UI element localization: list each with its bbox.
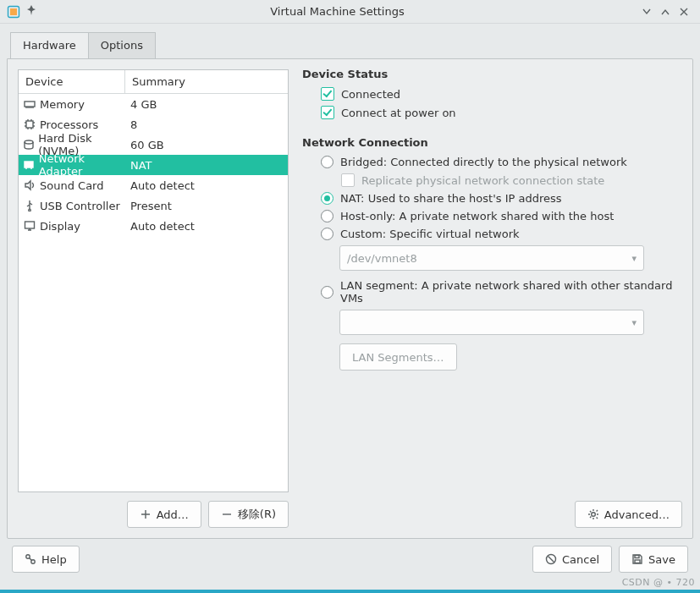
chevron-down-icon: ▾: [631, 253, 637, 264]
app-icon: [7, 5, 20, 19]
table-row[interactable]: Network Adapter NAT: [19, 155, 288, 175]
svg-rect-1: [10, 8, 17, 15]
usb-icon: [23, 199, 36, 212]
nic-icon: [23, 158, 36, 172]
device-name: Memory: [40, 98, 85, 111]
svg-rect-13: [635, 560, 640, 563]
help-button[interactable]: Help: [12, 546, 80, 573]
network-connection-title: Network Connection: [302, 136, 682, 149]
save-icon: [631, 553, 643, 565]
cancel-icon: [545, 553, 557, 565]
minimize-button[interactable]: [637, 3, 656, 21]
table-row[interactable]: Sound Card Auto detect: [19, 175, 288, 195]
cancel-label: Cancel: [562, 553, 599, 566]
tabstrip: Hardware Options: [10, 32, 693, 58]
connect-poweron-label: Connect at power on: [341, 107, 456, 119]
pin-icon[interactable]: [25, 4, 37, 19]
svg-point-6: [29, 209, 30, 211]
nat-label: NAT: Used to share the host's IP address: [340, 192, 562, 205]
save-button[interactable]: Save: [619, 546, 688, 573]
memory-icon: [23, 97, 36, 111]
tab-hardware[interactable]: Hardware: [10, 32, 89, 58]
device-summary: NAT: [125, 159, 288, 172]
connected-checkbox[interactable]: [321, 87, 334, 101]
device-name: Network Adapter: [39, 152, 125, 178]
add-button[interactable]: Add…: [127, 501, 201, 528]
svg-rect-3: [26, 121, 33, 128]
bridged-label: Bridged: Connected directly to the physi…: [340, 156, 627, 168]
nat-radio[interactable]: [321, 192, 333, 205]
minus-icon: [221, 508, 233, 520]
custom-radio[interactable]: [321, 228, 333, 240]
close-button[interactable]: [675, 3, 693, 21]
lansegment-radio[interactable]: [321, 286, 333, 299]
table-row[interactable]: Memory 4 GB: [19, 94, 288, 114]
lansegment-select: ▾: [339, 310, 644, 335]
svg-point-8: [591, 513, 595, 517]
table-row[interactable]: Display Auto detect: [19, 216, 288, 236]
svg-point-4: [25, 140, 33, 144]
custom-network-select: /dev/vmnet8 ▾: [339, 245, 644, 271]
svg-rect-7: [25, 222, 35, 228]
device-summary: Auto detect: [125, 179, 288, 192]
hostonly-radio[interactable]: [321, 210, 333, 222]
watermark: CSDN @ • 720: [622, 577, 695, 588]
lan-segments-label: LAN Segments…: [352, 351, 444, 364]
device-table[interactable]: Device Summary Memory 4 GB Processors 8 …: [18, 69, 289, 492]
tab-panel: Device Summary Memory 4 GB Processors 8 …: [7, 58, 693, 539]
device-summary: 4 GB: [125, 98, 288, 111]
cpu-icon: [23, 118, 36, 131]
bridged-radio[interactable]: [321, 156, 333, 168]
svg-rect-2: [25, 102, 35, 107]
connect-poweron-checkbox[interactable]: [321, 106, 334, 119]
remove-button[interactable]: 移除(R): [208, 501, 289, 528]
col-device[interactable]: Device: [19, 70, 125, 93]
lansegment-label: LAN segment: A private network shared wi…: [340, 279, 682, 305]
advanced-button[interactable]: Advanced…: [575, 501, 682, 528]
col-summary[interactable]: Summary: [125, 70, 288, 93]
custom-network-value: /dev/vmnet8: [347, 252, 417, 265]
device-status-title: Device Status: [302, 68, 682, 80]
device-name: Processors: [40, 118, 98, 131]
dialog-button-row: Help Cancel Save: [0, 542, 700, 576]
device-name: Display: [40, 220, 80, 233]
hostonly-label: Host-only: A private network shared with…: [340, 210, 614, 222]
disk-icon: [23, 138, 35, 151]
device-summary: Present: [125, 200, 288, 212]
lan-segments-button: LAN Segments…: [339, 343, 457, 371]
remove-button-label: 移除(R): [238, 507, 276, 522]
chevron-down-icon: ▾: [631, 317, 637, 328]
replicate-label: Replicate physical network connection st…: [361, 174, 604, 187]
replicate-checkbox: [341, 173, 355, 187]
footer-strip: [0, 590, 700, 593]
dialog-body: Hardware Options Device Summary Memory 4…: [0, 24, 700, 539]
svg-rect-12: [635, 556, 639, 558]
add-button-label: Add…: [157, 508, 189, 521]
device-list-pane: Device Summary Memory 4 GB Processors 8 …: [18, 69, 289, 528]
advanced-label: Advanced…: [604, 508, 670, 521]
help-icon: [25, 553, 36, 565]
display-icon: [23, 219, 36, 233]
device-table-header: Device Summary: [19, 70, 288, 94]
help-label: Help: [41, 553, 67, 566]
save-label: Save: [648, 553, 675, 566]
gear-icon: [587, 508, 599, 520]
maximize-button[interactable]: [656, 3, 675, 21]
window-title: Virtual Machine Settings: [37, 5, 637, 18]
device-summary: 60 GB: [125, 139, 288, 151]
connected-label: Connected: [341, 88, 400, 101]
sound-icon: [23, 178, 36, 192]
tab-options[interactable]: Options: [88, 32, 156, 58]
device-summary: Auto detect: [125, 220, 288, 233]
table-row[interactable]: USB Controller Present: [19, 195, 288, 216]
titlebar: Virtual Machine Settings: [0, 0, 700, 24]
device-summary: 8: [125, 118, 288, 131]
cancel-button[interactable]: Cancel: [532, 546, 612, 573]
custom-label: Custom: Specific virtual network: [340, 228, 520, 240]
device-settings-pane: Device Status Connected Connect at power…: [302, 68, 682, 528]
plus-icon: [140, 508, 152, 520]
device-name: Sound Card: [40, 179, 103, 192]
device-name: USB Controller: [40, 200, 120, 212]
